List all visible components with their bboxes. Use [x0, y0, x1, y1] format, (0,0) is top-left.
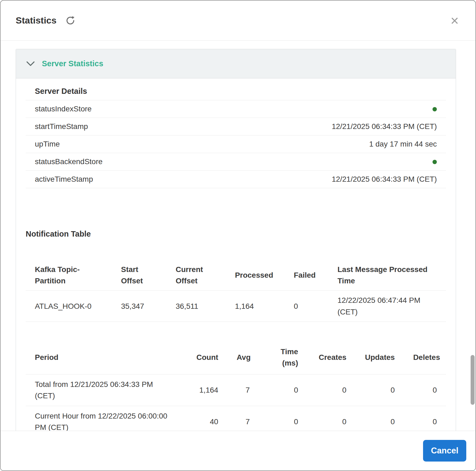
- server-statistics-panel: Server Statistics Server Details statusI…: [16, 49, 456, 431]
- table-row: ATLAS_HOOK-0 35,347 36,511 1,164 0 12/22…: [26, 291, 446, 322]
- cell-period: Total from 12/21/2025 06:34:33 PM (CET): [26, 374, 181, 406]
- server-details-row: startTimeStamp 12/21/2025 06:34:33 PM (C…: [26, 118, 446, 135]
- table-row: Current Hour from 12/22/2025 06:00:00 PM…: [26, 406, 446, 431]
- cell-time-ms: 0: [259, 374, 307, 406]
- cell-deletes: 0: [404, 406, 446, 431]
- modal-body: Server Statistics Server Details statusI…: [1, 41, 475, 431]
- detail-value: 12/21/2025 06:34:33 PM (CET): [332, 121, 437, 132]
- cell-failed: 0: [284, 291, 328, 322]
- server-details-heading: Server Details: [26, 86, 446, 100]
- status-ok-dot: [433, 104, 437, 114]
- accordion-title: Server Statistics: [42, 59, 103, 68]
- page-title: Statistics: [16, 15, 56, 26]
- column-header: Time (ms): [259, 341, 307, 374]
- column-header: Start Offset: [112, 260, 166, 291]
- cell-current-offset: 36,511: [166, 291, 226, 322]
- kafka-topic-table: Kafka Topic-Partition Start Offset Curre…: [26, 260, 446, 322]
- server-details-row: upTime 1 day 17 min 44 sec: [26, 135, 446, 153]
- cell-processed: 1,164: [226, 291, 285, 322]
- cell-updates: 0: [356, 374, 404, 406]
- column-header: Creates: [307, 341, 356, 374]
- column-header: Avg: [227, 341, 259, 374]
- cancel-button[interactable]: Cancel: [423, 440, 466, 462]
- close-button[interactable]: ×: [448, 14, 461, 28]
- column-header: Deletes: [404, 341, 446, 374]
- kafka-table-header-row: Kafka Topic-Partition Start Offset Curre…: [26, 260, 446, 291]
- detail-value: 1 day 17 min 44 sec: [369, 139, 437, 149]
- modal-footer: Cancel: [1, 431, 475, 470]
- server-statistics-accordion-header[interactable]: Server Statistics: [16, 49, 456, 78]
- detail-key: startTimeStamp: [35, 121, 88, 132]
- column-header: Last Message Processed Time: [328, 260, 446, 291]
- close-icon: ×: [451, 13, 459, 28]
- column-header: Failed: [284, 260, 328, 291]
- server-details-row: statusIndexStore: [26, 100, 446, 118]
- notification-table-heading: Notification Table: [26, 229, 446, 239]
- column-header: Current Offset: [166, 260, 226, 291]
- column-header: Updates: [356, 341, 404, 374]
- statistics-modal: Statistics × Server Statistics: [0, 0, 476, 471]
- column-header: Count: [181, 341, 227, 374]
- vertical-scrollbar-thumb[interactable]: [471, 355, 475, 405]
- cell-updates: 0: [356, 406, 404, 431]
- period-stats-table: Period Count Avg Time (ms) Creates Updat…: [26, 341, 446, 431]
- cell-avg: 7: [227, 406, 259, 431]
- detail-key: statusBackendStore: [35, 157, 103, 167]
- detail-key: activeTimeStamp: [35, 174, 93, 184]
- cell-time-ms: 0: [259, 406, 307, 431]
- server-details-row: activeTimeStamp 12/21/2025 06:34:33 PM (…: [26, 171, 446, 188]
- detail-key: upTime: [35, 139, 60, 149]
- cell-period: Current Hour from 12/22/2025 06:00:00 PM…: [26, 406, 181, 431]
- period-table-header-row: Period Count Avg Time (ms) Creates Updat…: [26, 341, 446, 374]
- detail-value: 12/21/2025 06:34:33 PM (CET): [332, 174, 437, 184]
- column-header: Kafka Topic-Partition: [26, 260, 112, 291]
- cell-creates: 0: [307, 406, 356, 431]
- server-details-row: statusBackendStore: [26, 153, 446, 171]
- modal-header: Statistics ×: [1, 1, 475, 41]
- panel-body: Server Details statusIndexStore startTim…: [16, 78, 456, 431]
- cell-last-message-time: 12/22/2025 06:47:44 PM (CET): [328, 291, 446, 322]
- cell-count: 40: [181, 406, 227, 431]
- column-header: Processed: [226, 260, 285, 291]
- cell-start-offset: 35,347: [112, 291, 166, 322]
- status-ok-dot: [433, 157, 437, 167]
- cell-creates: 0: [307, 374, 356, 406]
- refresh-icon: [65, 15, 76, 26]
- chevron-down-icon: [26, 61, 35, 67]
- cell-count: 1,164: [181, 374, 227, 406]
- detail-key: statusIndexStore: [35, 104, 92, 114]
- cell-topic-partition: ATLAS_HOOK-0: [26, 291, 112, 322]
- cell-deletes: 0: [404, 374, 446, 406]
- table-row: Total from 12/21/2025 06:34:33 PM (CET) …: [26, 374, 446, 406]
- refresh-button[interactable]: [65, 15, 76, 26]
- column-header: Period: [26, 341, 181, 374]
- cell-avg: 7: [227, 374, 259, 406]
